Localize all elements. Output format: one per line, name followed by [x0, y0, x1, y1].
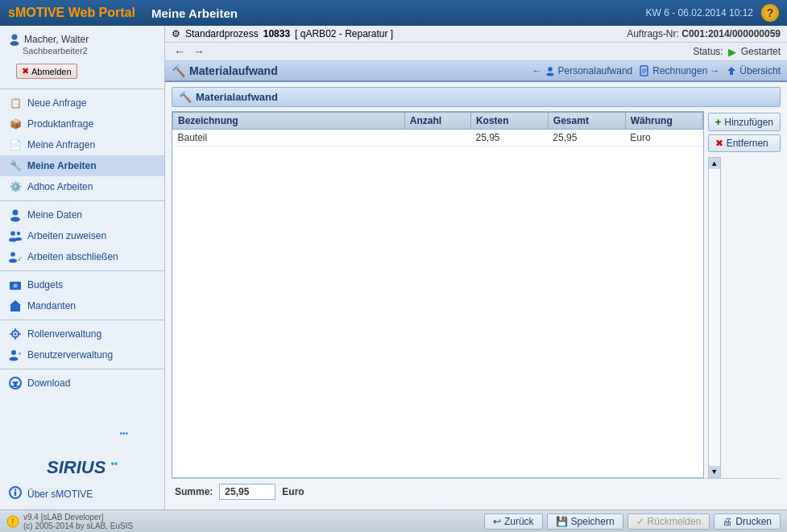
warning-icon: !: [6, 515, 19, 528]
sidebar-item-arbeiten-zuweisen[interactable]: Arbeiten zuweisen: [0, 225, 164, 246]
download-icon: [8, 376, 23, 390]
action-buttons: + Hinzufügen ✖ Entfernen: [708, 111, 781, 154]
nav-uebersicht[interactable]: Übersicht: [726, 65, 781, 76]
hinzufuegen-button[interactable]: + Hinzufügen: [708, 113, 781, 131]
sidebar-item-neue-anfrage[interactable]: 📋 Neue Anfrage: [0, 93, 164, 113]
svg-point-3: [10, 217, 20, 222]
user-role: Sachbearbeiter2: [8, 46, 156, 56]
process-bracket: [ qARB02 - Reparatur ]: [295, 28, 393, 39]
hammer-icon: 🔨: [172, 64, 185, 77]
version-text: v9.4 [sLAB Developer]: [23, 513, 133, 522]
speichern-icon: 💾: [556, 516, 568, 527]
rueckmelden-icon: ✓: [636, 516, 644, 527]
sidebar-item-label: Neue Anfrage: [27, 97, 86, 109]
hinzufuegen-label: Hinzufügen: [724, 117, 773, 128]
entfernen-button[interactable]: ✖ Entfernen: [708, 134, 781, 152]
section-title-bar: 🔨 Materialaufwand ← Personalaufwand Rech…: [165, 61, 787, 82]
summe-label: Summe:: [175, 486, 213, 497]
svg-point-32: [546, 73, 553, 76]
sidebar-item-adhoc-arbeiten[interactable]: ⚙️ Adhoc Arbeiten: [0, 176, 164, 197]
sidebar-item-download[interactable]: Download: [0, 373, 164, 394]
zurueck-button[interactable]: ↩ Zurück: [484, 513, 543, 530]
sidebar-item-meine-anfragen[interactable]: 📄 Meine Anfragen: [0, 134, 164, 155]
col-bezeichnung: Bezeichnung: [173, 113, 405, 130]
rechnungen-arrow-icon: →: [710, 65, 719, 76]
svg-point-4: [10, 231, 15, 236]
header: sMOTIVE Web Portal Meine Arbeiten KW 6 -…: [0, 0, 787, 26]
meine-arbeiten-icon: 🔧: [8, 159, 23, 173]
section-title: 🔨 Materialaufwand: [172, 64, 278, 77]
table-wrapper: Bezeichnung Anzahl Kosten Gesamt Währung…: [172, 111, 704, 478]
sidebar-item-label: Benutzerverwaltung: [27, 349, 113, 361]
sidebar-item-rollenverwaltung[interactable]: Rollenverwaltung: [0, 324, 164, 344]
plus-icon: +: [715, 116, 722, 128]
summe-value: 25,95: [219, 484, 275, 500]
sidebar-item-budgets[interactable]: Budgets: [0, 274, 164, 295]
sidebar-item-benutzerverwaltung[interactable]: + Benutzerverwaltung: [0, 344, 164, 365]
about-icon: [8, 485, 23, 502]
rollenverwaltung-icon: [8, 327, 23, 341]
sidebar-item-meine-daten[interactable]: Meine Daten: [0, 204, 164, 225]
sidebar-item-label: Meine Anfragen: [27, 139, 95, 151]
entfernen-label: Entfernen: [727, 138, 768, 149]
panel-hammer-icon: 🔨: [179, 91, 192, 103]
nav-personalaufwand[interactable]: ← Personalaufwand: [532, 65, 633, 76]
svg-rect-30: [14, 492, 16, 497]
status-label: Status:: [693, 46, 723, 57]
kw-info: KW 6 - 06.02.2014 10:12: [646, 7, 753, 19]
svg-point-16: [14, 333, 17, 336]
svg-point-5: [17, 232, 20, 235]
process-info: ⚙ Standardprozess 10833 [ qARB02 - Repar…: [172, 28, 393, 39]
table-row[interactable]: Bauteil 25,95 25,95 Euro: [173, 130, 703, 146]
sidebar-item-arbeiten-abschliessen[interactable]: ✓ Arbeiten abschließen: [0, 246, 164, 267]
nav-row: ← → Status: ▶ Gestartet: [165, 43, 787, 61]
sidebar: Macher, Walter Sachbearbeiter2 ✖ Abmelde…: [0, 26, 165, 509]
mandanten-icon: [8, 299, 23, 313]
status-value: Gestartet: [741, 46, 781, 57]
zurueck-label: Zurück: [504, 516, 534, 527]
neue-anfrage-icon: 📋: [8, 96, 23, 110]
content-area: ⚙ Standardprozess 10833 [ qARB02 - Repar…: [165, 26, 787, 509]
nav-forward-arrow[interactable]: →: [191, 44, 207, 59]
svg-point-0: [12, 35, 18, 40]
drucken-icon: 🖨: [723, 516, 732, 527]
material-table: Bezeichnung Anzahl Kosten Gesamt Währung…: [172, 112, 703, 146]
table-container: Bezeichnung Anzahl Kosten Gesamt Währung…: [172, 111, 781, 478]
standardprozess-label: Standardprozess: [185, 28, 259, 39]
svg-point-1: [10, 41, 19, 46]
footer-buttons: ↩ Zurück 💾 Speichern ✓ Rückmelden 🖨 Druc…: [484, 513, 781, 530]
svg-point-2: [13, 210, 19, 216]
nav-back-arrow[interactable]: ←: [172, 44, 188, 59]
sidebar-item-label: Adhoc Arbeiten: [27, 181, 93, 192]
scrollbar-down[interactable]: ▼: [709, 466, 720, 477]
svg-rect-27: [11, 386, 19, 387]
svg-marker-14: [10, 300, 21, 305]
sidebar-item-mandanten[interactable]: Mandanten: [0, 295, 164, 316]
benutzerverwaltung-icon: +: [8, 348, 23, 362]
svg-point-21: [11, 350, 16, 355]
svg-point-29: [14, 489, 16, 490]
sidebar-item-meine-arbeiten[interactable]: 🔧 Meine Arbeiten: [0, 155, 164, 176]
adhoc-arbeiten-icon: ⚙️: [8, 179, 23, 194]
svg-point-8: [10, 252, 15, 257]
user-info: Macher, Walter Sachbearbeiter2: [0, 30, 164, 57]
auftrag-info: Auftrags-Nr: C001:2014/000000059: [627, 28, 781, 39]
sidebar-item-label: Arbeiten zuweisen: [27, 230, 106, 241]
personalaufwand-user-icon: [545, 65, 556, 76]
nav-rechnungen[interactable]: Rechnungen →: [639, 65, 719, 76]
sidebar-item-produktanfrage[interactable]: 📦 Produktanfrage: [0, 113, 164, 134]
svg-text:✓: ✓: [17, 255, 23, 263]
sidebar-item-label: Mandanten: [27, 300, 76, 311]
drucken-button[interactable]: 🖨 Drucken: [714, 513, 781, 530]
top-bar: ⚙ Standardprozess 10833 [ qARB02 - Repar…: [165, 26, 787, 43]
meine-daten-icon: [8, 208, 23, 222]
scrollbar-up[interactable]: ▲: [709, 158, 720, 169]
about-smotive[interactable]: Über sMOTIVE: [0, 482, 164, 505]
abmelden-button[interactable]: ✖ Abmelden: [16, 64, 77, 79]
version-info: ! v9.4 [sLAB Developer] (c) 2005-2014 by…: [6, 513, 133, 530]
speichern-button[interactable]: 💾 Speichern: [547, 513, 623, 530]
sidebar-item-label: Meine Arbeiten: [27, 160, 97, 171]
panel-title: Materialaufwand: [196, 91, 278, 103]
help-button[interactable]: ?: [761, 4, 779, 22]
sirius-logo-text: SIRIUS ••: [4, 457, 160, 478]
